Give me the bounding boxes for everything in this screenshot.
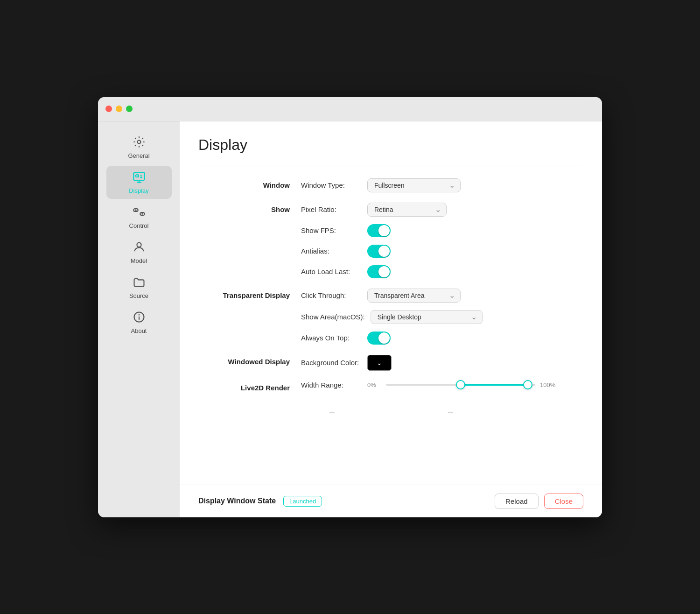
main-content: Display Window Window Type: Fullscreen xyxy=(180,121,602,517)
click-through-dropdown-wrapper: Transparent Area Always Never xyxy=(367,289,461,303)
show-fps-thumb xyxy=(378,225,390,236)
minimize-button[interactable] xyxy=(116,106,122,112)
always-on-top-label: Always On Top: xyxy=(301,334,362,342)
sidebar-item-source[interactable]: Source xyxy=(106,271,172,304)
sidebar-item-display-label: Display xyxy=(129,187,149,194)
range-track[interactable] xyxy=(386,384,535,386)
range-min-label: 0% xyxy=(367,381,381,388)
show-section: Show Pixel Ratio: Retina 1x 2x xyxy=(198,203,583,278)
windowed-display-content: Background Color: ⌄ xyxy=(301,355,583,371)
sidebar-item-model[interactable]: Model xyxy=(106,236,172,269)
click-through-row: Click Through: Transparent Area Always N… xyxy=(301,289,583,303)
show-area-dropdown-wrapper: Single Desktop All Desktops xyxy=(371,310,483,324)
width-range-container: 0% 100% xyxy=(367,381,559,388)
pixel-ratio-label: Pixel Ratio: xyxy=(301,205,362,213)
windowed-display-section: Windowed Display Background Color: ⌄ xyxy=(198,355,583,371)
svg-point-0 xyxy=(137,140,140,143)
display-window-state-label: Display Window State xyxy=(198,497,276,505)
status-badge: Launched xyxy=(283,496,322,507)
svg-rect-1 xyxy=(133,172,144,180)
range-max-label: 100% xyxy=(540,381,559,388)
show-section-content: Pixel Ratio: Retina 1x 2x xyxy=(301,203,583,278)
transparent-display-section: Transparent Display Click Through: Trans… xyxy=(198,289,583,345)
bottom-bar: Display Window State Launched Reload Clo… xyxy=(180,485,602,517)
settings-section: Window Window Type: Fullscreen Windowed … xyxy=(198,178,583,402)
titlebar xyxy=(98,97,602,121)
pixel-ratio-dropdown-wrapper: Retina 1x 2x xyxy=(367,203,447,217)
svg-point-14 xyxy=(139,314,139,315)
scroll-indicators: ⌢ ⌢ xyxy=(198,406,583,418)
transparent-display-label: Transparent Display xyxy=(198,289,301,299)
auto-load-row: Auto Load Last: xyxy=(301,265,583,278)
range-thumb-right[interactable] xyxy=(523,380,532,389)
chevron-down-icon: ⌄ xyxy=(377,359,382,367)
live2d-render-content: Width Range: 0% 100% xyxy=(301,381,583,389)
sidebar-item-general[interactable]: General xyxy=(106,131,172,164)
window-type-dropdown-wrapper: Fullscreen Windowed Borderless xyxy=(367,178,461,192)
show-area-dropdown[interactable]: Single Desktop All Desktops xyxy=(371,310,483,324)
sidebar-item-source-label: Source xyxy=(129,292,148,299)
sidebar-item-model-label: Model xyxy=(131,257,147,264)
main-inner: Display Window Window Type: Fullscreen xyxy=(180,121,602,485)
click-through-label: Click Through: xyxy=(301,291,362,299)
show-fps-label: Show FPS: xyxy=(301,226,362,234)
svg-point-8 xyxy=(135,209,137,211)
close-button[interactable] xyxy=(105,106,112,112)
gear-icon xyxy=(133,135,146,150)
sidebar: General Display xyxy=(98,121,180,517)
display-icon xyxy=(133,170,146,185)
antialias-toggle[interactable] xyxy=(367,245,391,258)
reload-button[interactable]: Reload xyxy=(495,494,539,509)
sidebar-item-about[interactable]: About xyxy=(106,306,172,339)
antialias-label: Antialias: xyxy=(301,247,362,255)
window-section: Window Window Type: Fullscreen Windowed … xyxy=(198,178,583,192)
auto-load-track xyxy=(367,265,391,278)
bg-color-label: Background Color: xyxy=(301,359,362,367)
auto-load-toggle[interactable] xyxy=(367,265,391,278)
antialias-track xyxy=(367,245,391,258)
control-icon xyxy=(133,205,146,220)
live2d-render-label: Live2D Render xyxy=(198,381,301,392)
window-type-dropdown[interactable]: Fullscreen Windowed Borderless xyxy=(367,178,461,192)
bottom-buttons: Reload Close xyxy=(495,494,583,509)
live2d-render-section: Live2D Render Width Range: 0% xyxy=(198,381,583,392)
show-fps-track xyxy=(367,224,391,237)
always-on-top-track xyxy=(367,332,391,345)
sidebar-item-general-label: General xyxy=(128,152,149,159)
window-type-label: Window Type: xyxy=(301,181,362,189)
always-on-top-thumb xyxy=(378,332,390,344)
sidebar-item-control[interactable]: Control xyxy=(106,201,172,234)
range-fill xyxy=(461,384,528,386)
window-section-content: Window Type: Fullscreen Windowed Borderl… xyxy=(301,178,583,192)
pixel-ratio-row: Pixel Ratio: Retina 1x 2x xyxy=(301,203,583,217)
width-range-row: Width Range: 0% 100% xyxy=(301,381,583,389)
info-icon xyxy=(133,311,146,325)
scroll-arc-right: ⌢ xyxy=(447,406,454,418)
bg-color-picker[interactable]: ⌄ xyxy=(367,355,392,371)
sidebar-item-about-label: About xyxy=(131,327,147,334)
close-window-button[interactable]: Close xyxy=(544,494,583,509)
svg-point-11 xyxy=(137,242,141,247)
width-range-label: Width Range: xyxy=(301,381,362,389)
maximize-button[interactable] xyxy=(126,106,133,112)
scroll-arc-left: ⌢ xyxy=(329,406,335,418)
bg-color-row: Background Color: ⌄ xyxy=(301,355,583,371)
folder-icon xyxy=(133,275,146,290)
show-area-row: Show Area(macOS): Single Desktop All Des… xyxy=(301,310,583,324)
always-on-top-toggle[interactable] xyxy=(367,332,391,345)
sidebar-item-control-label: Control xyxy=(129,222,149,229)
click-through-dropdown[interactable]: Transparent Area Always Never xyxy=(367,289,461,303)
app-window: General Display xyxy=(98,97,602,517)
antialias-row: Antialias: xyxy=(301,245,583,258)
show-fps-toggle[interactable] xyxy=(367,224,391,237)
range-thumb-left[interactable] xyxy=(456,380,465,389)
pixel-ratio-dropdown[interactable]: Retina 1x 2x xyxy=(367,203,447,217)
antialias-thumb xyxy=(378,246,390,257)
auto-load-label: Auto Load Last: xyxy=(301,268,362,275)
window-section-label: Window xyxy=(198,178,301,189)
sidebar-item-display[interactable]: Display xyxy=(106,166,172,199)
transparent-display-content: Click Through: Transparent Area Always N… xyxy=(301,289,583,345)
app-body: General Display xyxy=(98,121,602,517)
svg-point-10 xyxy=(141,213,143,215)
title-divider xyxy=(198,165,583,165)
